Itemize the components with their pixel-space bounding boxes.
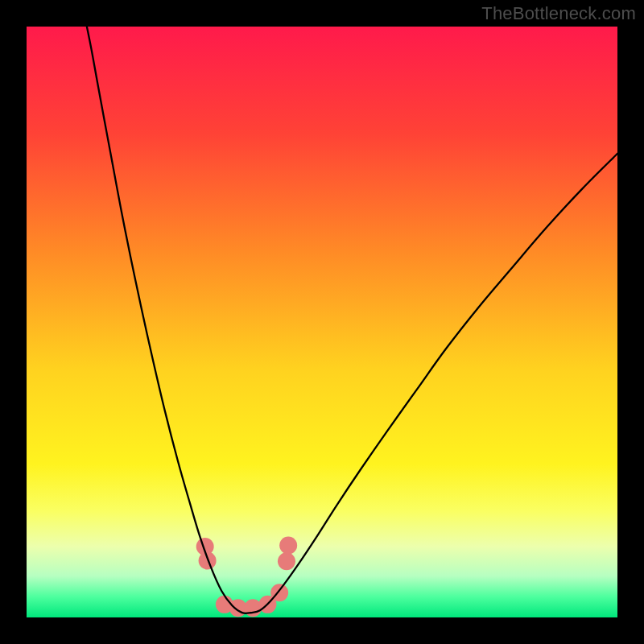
marker-dot [244,599,262,617]
watermark-text: TheBottleneck.com [481,3,636,24]
marker-dot [279,536,297,554]
marker-dot [199,552,217,570]
marker-dot [278,552,295,570]
chart-container: { "watermark": "TheBottleneck.com", "cha… [0,0,644,644]
bottleneck-chart [0,0,644,644]
